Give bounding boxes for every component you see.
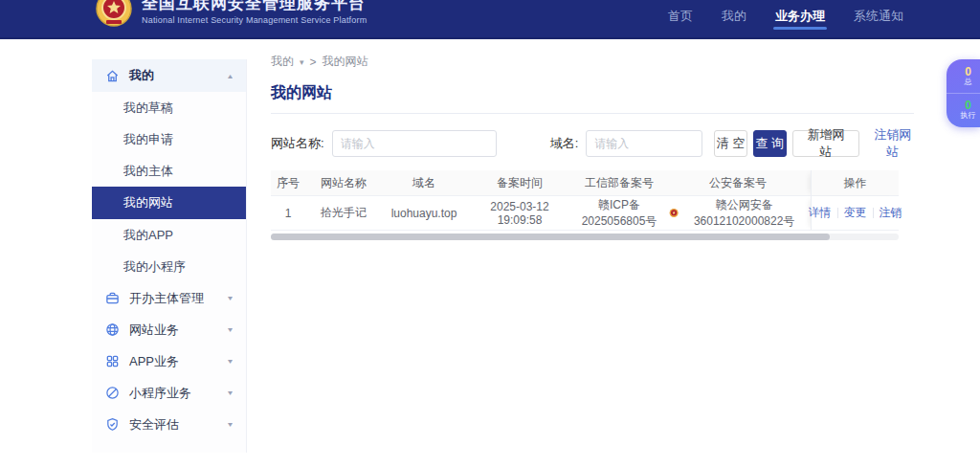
divider: [837, 208, 838, 218]
brand-block: 全国互联网安全管理服务平台 National Internet Security…: [142, 0, 367, 25]
sidebar-item-subject-management[interactable]: 开办主体管理 ▾: [92, 282, 246, 314]
site-name-input[interactable]: [332, 130, 497, 157]
chevron-down-icon: ▾: [228, 294, 233, 302]
widget-total-label: 总: [965, 78, 972, 87]
col-header-domain: 域名: [382, 170, 466, 196]
sidebar-item-label: APP业务: [129, 353, 179, 370]
cell-index: 1: [271, 196, 305, 231]
horizontal-scrollbar-track[interactable]: [271, 234, 899, 240]
sidebar-item-mine[interactable]: 我的 ▴: [92, 59, 246, 92]
divider: [873, 208, 874, 218]
nav-mine[interactable]: 我的: [722, 9, 746, 24]
chevron-down-icon: ▾: [228, 325, 233, 334]
domain-label: 域名:: [550, 135, 579, 152]
detail-link[interactable]: 详情: [809, 205, 832, 221]
top-navbar: 全国互联网安全管理服务平台 National Internet Security…: [0, 0, 980, 39]
sidebar-item-label: 安全评估: [129, 416, 179, 434]
nav-business[interactable]: 业务办理: [775, 9, 825, 24]
col-header-actions: 操作: [811, 170, 899, 196]
globe-icon: [105, 322, 120, 337]
sidebar-item-my-websites[interactable]: 我的网站: [92, 187, 246, 219]
sidebar-item-website-business[interactable]: 网站业务 ▾: [92, 314, 246, 345]
sidebar-item-my-drafts[interactable]: 我的草稿: [92, 92, 246, 123]
chevron-down-icon: ▾: [228, 389, 233, 397]
sidebar-item-label: 开办主体管理: [129, 290, 204, 307]
site-name-label: 网站名称:: [271, 135, 324, 152]
home-icon: [105, 69, 120, 83]
sidebar: 我的 ▴ 我的草稿 我的申请 我的主体 我的网站 我的APP 我的小程序 开办主…: [92, 59, 247, 453]
sidebar-item-my-subjects[interactable]: 我的主体: [92, 155, 246, 187]
sidebar-item-my-miniprogram[interactable]: 我的小程序: [92, 251, 246, 282]
main-content: 我的 ▾ > 我的网站 我的网站 网站名称: 域名: 清 空 查 询 新增网站 …: [271, 54, 914, 240]
police-badge-logo: [95, 0, 133, 28]
sidebar-item-my-applications[interactable]: 我的申请: [92, 123, 246, 155]
search-button[interactable]: 查 询: [753, 130, 787, 157]
floating-task-widget[interactable]: 0 总 0 执行: [947, 59, 980, 127]
psb-number-text: 赣公网安备36012102000822号: [681, 197, 807, 230]
websites-table: 序号 网站名称 域名 备案时间 工信部备案号 公安备案号 操作 1 拾光手记 l…: [271, 170, 899, 240]
chevron-up-icon: ▴: [228, 72, 233, 80]
col-header-index: 序号: [271, 170, 305, 196]
sidebar-item-security-assessment[interactable]: 安全评估 ▾: [92, 409, 246, 440]
table-header-row: 序号 网站名称 域名 备案时间 工信部备案号 公安备案号 操作: [271, 170, 899, 196]
cell-site-name: 拾光手记: [305, 196, 382, 231]
clear-button[interactable]: 清 空: [714, 130, 747, 157]
cell-record-time: 2025-03-12 19:09:58: [466, 196, 573, 231]
sidebar-item-label: 我的: [129, 67, 154, 84]
briefcase-icon: [105, 291, 120, 305]
psb-badge-icon: [669, 207, 679, 219]
shield-check-icon: [105, 417, 120, 432]
widget-running-label: 执行: [961, 112, 976, 121]
chevron-down-icon: ▾: [300, 57, 304, 67]
chevron-down-icon: ▾: [228, 357, 233, 366]
breadcrumb-separator: >: [310, 56, 317, 69]
add-website-button[interactable]: 新增网站: [792, 130, 860, 157]
top-navigation: 首页 我的 业务办理 系统通知: [668, 9, 903, 24]
breadcrumb-current: 我的网站: [323, 54, 368, 70]
grid-icon: [105, 354, 120, 368]
nav-home[interactable]: 首页: [668, 9, 693, 24]
widget-running-cell: 0 执行: [947, 93, 980, 126]
cell-icp-number: 赣ICP备2025056805号: [573, 196, 665, 231]
page-title: 我的网站: [271, 83, 914, 114]
sidebar-item-label: 小程序业务: [129, 385, 191, 402]
widget-total-value: 0: [965, 66, 971, 78]
filter-bar: 网站名称: 域名: 清 空 查 询 新增网站 注销网站: [271, 130, 914, 157]
col-header-name: 网站名称: [305, 170, 382, 196]
sidebar-item-miniprogram-business[interactable]: 小程序业务 ▾: [92, 377, 246, 409]
col-header-record-time: 备案时间: [466, 170, 573, 196]
sidebar-item-app-business[interactable]: APP业务 ▾: [92, 345, 246, 377]
sidebar-item-my-app[interactable]: 我的APP: [92, 219, 246, 251]
cancel-link[interactable]: 注销: [880, 205, 902, 221]
miniprogram-icon: [105, 386, 120, 400]
deregister-website-button[interactable]: 注销网站: [871, 130, 914, 157]
horizontal-scrollbar-thumb[interactable]: [271, 234, 830, 240]
platform-subtitle: National Internet Security Management Se…: [142, 15, 367, 25]
col-header-psb: 公安备案号: [665, 170, 811, 196]
breadcrumb: 我的 ▾ > 我的网站: [271, 54, 914, 70]
widget-total-cell: 0 总: [947, 59, 980, 93]
domain-input[interactable]: [586, 130, 702, 157]
cell-psb-number: 赣公网安备36012102000822号: [665, 196, 811, 231]
sidebar-item-label: 网站业务: [129, 322, 179, 339]
change-link[interactable]: 变更: [844, 205, 867, 221]
table-row: 1 拾光手记 luohuayu.top 2025-03-12 19:09:58 …: [271, 196, 899, 231]
chevron-down-icon: ▾: [228, 420, 233, 429]
cell-actions: 详情 变更 注销: [811, 196, 899, 231]
col-header-icp: 工信部备案号: [573, 170, 665, 196]
cell-domain: luohuayu.top: [382, 196, 466, 231]
breadcrumb-first[interactable]: 我的: [271, 54, 294, 70]
platform-title: 全国互联网安全管理服务平台: [142, 0, 367, 12]
nav-notifications[interactable]: 系统通知: [854, 9, 903, 24]
